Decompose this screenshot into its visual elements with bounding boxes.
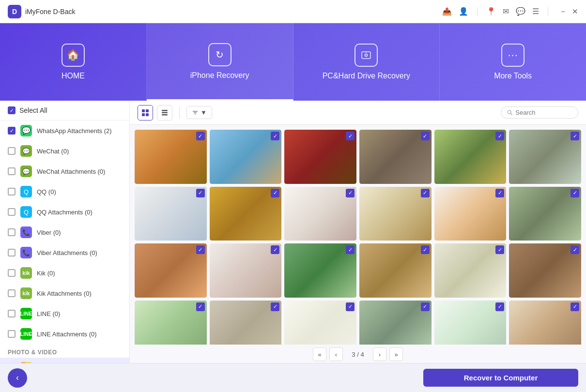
photo-checkbox[interactable]: ✓ [495, 245, 504, 254]
viber-attach-checkbox[interactable] [8, 249, 15, 256]
photo-item[interactable]: ✓ [509, 301, 581, 345]
nav-more-tools[interactable]: ··· More Tools [440, 23, 586, 101]
photo-checkbox[interactable]: ✓ [495, 302, 504, 311]
photo-item[interactable]: ✓ [284, 243, 356, 298]
photo-item[interactable]: ✓ [434, 243, 507, 298]
recover-button[interactable]: Recover to Computer [423, 369, 578, 387]
photo-checkbox[interactable]: ✓ [495, 132, 504, 140]
select-all-checkbox[interactable]: ✓ [8, 106, 15, 114]
nav-iphone-recovery-label: iPhone Recovery [190, 71, 249, 80]
first-page-button[interactable]: « [313, 347, 326, 361]
grid-view-button[interactable] [138, 105, 153, 121]
photo-checkbox[interactable]: ✓ [346, 245, 355, 254]
sidebar-item-line[interactable]: LINE LINE (0) [0, 303, 129, 324]
photo-checkbox[interactable]: ✓ [571, 245, 579, 254]
sidebar-item-photos[interactable]: ✓ 🖼 Photos (83) [0, 358, 129, 363]
photo-item[interactable]: ✓ [434, 187, 507, 241]
photo-checkbox[interactable]: ✓ [571, 132, 579, 140]
last-page-button[interactable]: » [389, 347, 403, 361]
sidebar-item-wechat[interactable]: 💬 WeChat (0) [0, 141, 129, 161]
share-icon[interactable]: 📤 [442, 7, 452, 16]
photo-checkbox[interactable]: ✓ [271, 245, 279, 254]
line-attach-checkbox[interactable] [8, 330, 15, 338]
photo-item[interactable]: ✓ [359, 130, 432, 184]
photo-checkbox[interactable]: ✓ [571, 189, 579, 197]
photo-checkbox[interactable]: ✓ [571, 302, 579, 311]
photo-checkbox[interactable]: ✓ [196, 302, 205, 311]
sidebar-item-kik[interactable]: kik Kik (0) [0, 263, 129, 283]
chat-icon[interactable]: 💬 [516, 7, 525, 16]
photo-item[interactable]: ✓ [509, 187, 581, 241]
qq-attach-checkbox[interactable] [8, 208, 15, 216]
nav-iphone-recovery[interactable]: ↻ iPhone Recovery [147, 23, 293, 101]
close-button[interactable]: ✕ [572, 7, 578, 16]
photo-item[interactable]: ✓ [135, 187, 207, 241]
sidebar-item-viber-attach[interactable]: 📞 Viber Attachments (0) [0, 242, 129, 263]
person-icon[interactable]: 👤 [459, 7, 468, 16]
photo-item[interactable]: ✓ [284, 301, 356, 345]
photo-checkbox[interactable]: ✓ [421, 189, 430, 197]
photo-item[interactable]: ✓ [284, 187, 356, 241]
sidebar-item-viber[interactable]: 📞 Viber (0) [0, 222, 129, 242]
sidebar-item-kik-attach[interactable]: kik Kik Attachments (0) [0, 283, 129, 303]
photo-item[interactable]: ✓ [210, 243, 282, 298]
location-pin-icon[interactable]: 📍 [486, 7, 496, 16]
photo-checkbox[interactable]: ✓ [271, 189, 279, 197]
photo-item[interactable]: ✓ [135, 130, 207, 184]
photo-checkbox[interactable]: ✓ [196, 245, 205, 254]
photo-item[interactable]: ✓ [359, 243, 432, 298]
photo-item[interactable]: ✓ [434, 301, 507, 345]
photo-checkbox[interactable]: ✓ [421, 245, 430, 254]
kik-attach-icon: kik [20, 287, 32, 299]
qq-label: QQ (0) [37, 188, 56, 196]
photo-item[interactable]: ✓ [359, 187, 432, 241]
photo-item[interactable]: ✓ [210, 301, 282, 345]
wechat-attach-checkbox[interactable] [8, 167, 15, 175]
photo-checkbox[interactable]: ✓ [346, 132, 355, 140]
photo-checkbox[interactable]: ✓ [196, 132, 205, 140]
viber-checkbox[interactable] [8, 228, 15, 236]
whatsapp-checkbox[interactable]: ✓ [8, 127, 15, 135]
photo-item[interactable]: ✓ [359, 301, 432, 345]
photo-checkbox[interactable]: ✓ [346, 302, 355, 311]
kik-checkbox[interactable] [8, 269, 15, 277]
photo-item[interactable]: ✓ [434, 130, 507, 184]
filter-button[interactable]: ▼ [186, 106, 212, 119]
qq-checkbox[interactable] [8, 188, 15, 196]
next-page-button[interactable]: › [373, 347, 386, 361]
search-box[interactable] [501, 106, 578, 119]
photo-checkbox[interactable]: ✓ [421, 132, 430, 140]
photo-item[interactable]: ✓ [509, 243, 581, 298]
sidebar-item-wechat-attach[interactable]: 💬 WeChat Attachments (0) [0, 161, 129, 181]
photo-item[interactable]: ✓ [135, 301, 207, 345]
photo-item[interactable]: ✓ [210, 130, 282, 184]
photo-item[interactable]: ✓ [210, 187, 282, 241]
sidebar-item-qq[interactable]: Q QQ (0) [0, 181, 129, 202]
sidebar-item-qq-attach[interactable]: Q QQ Attachments (0) [0, 202, 129, 222]
photo-checkbox[interactable]: ✓ [495, 189, 504, 197]
photo-checkbox[interactable]: ✓ [271, 132, 279, 140]
sidebar-item-whatsapp[interactable]: ✓ 💬 WhatsApp Attachments (2) [0, 121, 129, 141]
wechat-checkbox[interactable] [8, 147, 15, 155]
photo-checkbox[interactable]: ✓ [421, 302, 430, 311]
kik-attach-checkbox[interactable] [8, 289, 15, 297]
photo-item[interactable]: ✓ [509, 130, 581, 184]
search-input[interactable] [515, 109, 572, 116]
photo-item[interactable]: ✓ [135, 243, 207, 298]
back-button[interactable]: ‹ [8, 368, 27, 388]
minimize-button[interactable]: − [561, 7, 565, 16]
prev-page-button[interactable]: ‹ [329, 347, 343, 361]
menu-icon[interactable]: ☰ [532, 7, 539, 16]
nav-home[interactable]: 🏠 HOME [0, 23, 147, 101]
line-checkbox[interactable] [8, 310, 15, 317]
select-all-row[interactable]: ✓ Select All [0, 101, 129, 121]
viber-icon: 📞 [20, 226, 32, 238]
mail-icon[interactable]: ✉ [503, 7, 509, 16]
photo-item[interactable]: ✓ [284, 130, 356, 184]
file-view-button[interactable] [157, 105, 172, 121]
photo-checkbox[interactable]: ✓ [346, 189, 355, 197]
photo-checkbox[interactable]: ✓ [271, 302, 279, 311]
sidebar-item-line-attach[interactable]: LINE LINE Attachments (0) [0, 324, 129, 344]
photo-checkbox[interactable]: ✓ [196, 189, 205, 197]
nav-pc-harddrive[interactable]: PC&Hard Drive Recovery [293, 23, 440, 101]
